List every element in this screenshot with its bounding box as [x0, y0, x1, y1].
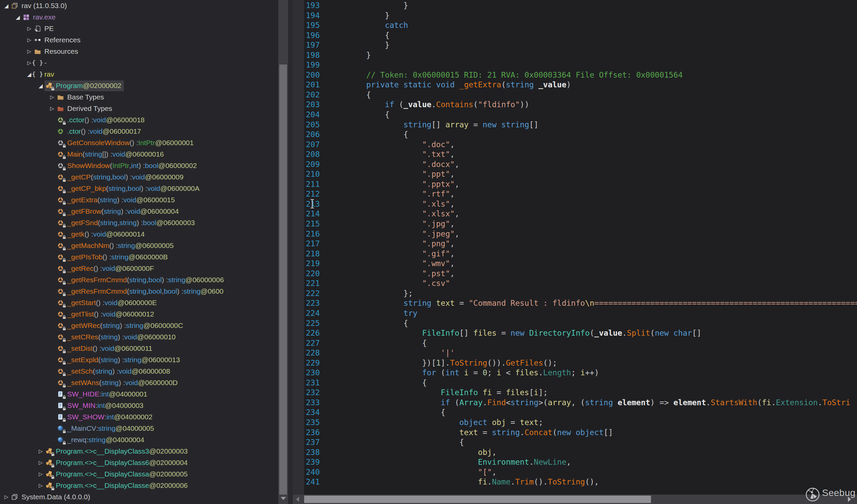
code-line[interactable]: 215 ".jpg", — [304, 219, 857, 229]
tree-item-content[interactable]: References — [34, 35, 82, 45]
code-line[interactable]: 206 { — [304, 130, 857, 140]
tree-item-content[interactable]: _getWRec(string) : string @0600000C — [56, 321, 185, 331]
tree-item[interactable]: ▷Program.<>c__DisplayClass3 @02000003 — [0, 446, 278, 457]
code-line[interactable]: 225 { — [304, 319, 857, 329]
tree-item-content[interactable]: _getMachNm() : string @06000005 — [56, 241, 176, 251]
panel-splitter[interactable] — [288, 0, 293, 504]
code-line[interactable]: 226 FileInfo[] files = new DirectoryInfo… — [304, 328, 857, 338]
tree-item[interactable]: _getMachNm() : string @06000005 — [0, 240, 278, 251]
tree-item[interactable]: ▷Program.<>c__DisplayClasse @02000006 — [0, 480, 278, 491]
tree-item[interactable]: ShowWindow(IntPtr, int) : bool @06000002 — [0, 160, 278, 171]
tree-item-content[interactable]: Resources — [34, 47, 80, 56]
expander-collapsed-icon[interactable]: ▷ — [25, 26, 34, 32]
tree-item[interactable]: _getCP(string, bool) : void @06000009 — [0, 171, 278, 183]
tree-item[interactable]: ▷References — [0, 34, 278, 46]
code-line[interactable]: 211 ".pptx", — [304, 180, 857, 189]
code-line[interactable]: 234 { — [304, 407, 857, 418]
code-line[interactable]: 231 { — [304, 378, 857, 388]
expander-collapsed-icon[interactable]: ▷ — [2, 494, 11, 500]
code-line[interactable]: 213 ".xls", — [304, 199, 857, 209]
code-line[interactable]: 194 } — [304, 11, 857, 21]
expander-collapsed-icon[interactable]: ▷ — [36, 483, 45, 489]
tree-item-content[interactable]: _getCP_bkp(string, bool) : void @0600000… — [56, 184, 202, 194]
tree-item-content[interactable]: PE — [34, 24, 56, 34]
code-line[interactable]: 201 private static void _getExtra(string… — [304, 80, 857, 90]
tree-item-content[interactable]: Program.<>c__DisplayClassa @02000005 — [45, 469, 190, 479]
code-line[interactable]: 212 ".rtf", — [304, 189, 857, 199]
tree-item-content[interactable]: _setCRes(string) : void @06000010 — [56, 332, 178, 342]
tree-item-content[interactable]: Base Types — [56, 93, 106, 102]
code-line[interactable]: 216 ".jpeg", — [304, 229, 857, 239]
tree-item-content[interactable]: _getExtra(string) : void @06000015 — [56, 195, 177, 205]
tree-item[interactable]: GetConsoleWindow() : IntPtr @06000001 — [0, 137, 278, 149]
code-line[interactable]: 199 — [304, 60, 857, 70]
tree-item[interactable]: Main(string[]) : void @06000016 — [0, 149, 278, 160]
tree-item[interactable]: ▷Base Types — [0, 91, 278, 103]
tree-item[interactable]: ◢rav.exe — [0, 12, 278, 23]
tree-item-content[interactable]: _MainCV : string @04000005 — [56, 424, 156, 434]
tree-item-content[interactable]: _setDist() : void @06000011 — [56, 344, 154, 353]
expander-collapsed-icon[interactable]: ▷ — [36, 460, 45, 466]
tree-item[interactable]: _setDist() : void @06000011 — [0, 343, 278, 354]
code-line[interactable]: 203 if (_value.Contains("fldinfo")) — [304, 100, 857, 110]
tree-item-content[interactable]: _getResFrmCmmd(string, bool) : string @0… — [56, 275, 226, 285]
tree-item-content[interactable]: _setWAns(string) : void @0600000D — [56, 378, 180, 388]
code-line[interactable]: 218 ".gif", — [304, 249, 857, 259]
code-line[interactable]: 208 ".txt", — [304, 150, 857, 159]
tree-item[interactable]: _setCRes(string) : void @06000010 — [0, 331, 278, 343]
expander-collapsed-icon[interactable]: ▷ — [36, 448, 45, 454]
tree-item[interactable]: _getExtra(string) : void @06000015 — [0, 194, 278, 206]
tree-item-content[interactable]: SW_HIDE : int @04000001 — [56, 389, 149, 399]
expander-collapsed-icon[interactable]: ▷ — [48, 105, 56, 112]
tree-item-content[interactable]: rav.exe — [22, 13, 57, 22]
tree-item[interactable]: _setWAns(string) : void @0600000D — [0, 377, 278, 388]
tree-item-content[interactable]: rav (11.0.53.0) — [11, 1, 69, 11]
tree-item[interactable]: ▷Program.<>c__DisplayClassa @02000005 — [0, 468, 278, 480]
code-line[interactable]: 227 { — [304, 338, 857, 349]
tree-item[interactable]: ◢{ }rav — [0, 69, 278, 80]
tree-item-content[interactable]: _getFSnd(string, string) : bool @0600000… — [56, 218, 197, 228]
code-line[interactable]: 239 Environment.NewLine, — [304, 457, 857, 467]
code-line[interactable]: 236 text = string.Concat(new object[] — [304, 428, 857, 438]
tree-item-content[interactable]: SW_SHOW : int @04000002 — [56, 412, 155, 422]
code-line[interactable]: 230 for (int i = 0; i < files.Length; i+… — [304, 368, 857, 378]
tree-item-content[interactable]: Program.<>c__DisplayClass3 @02000003 — [45, 447, 190, 456]
tree-item-selected-content[interactable]: Program @02000002 — [45, 81, 123, 91]
expander-collapsed-icon[interactable]: ▷ — [48, 94, 56, 100]
tree-item-content[interactable]: System.Data (4.0.0.0) — [11, 492, 92, 502]
tree-item[interactable]: _rewq : string @04000004 — [0, 434, 278, 446]
tree-item-content[interactable]: GetConsoleWindow() : IntPtr @06000001 — [56, 138, 196, 148]
tree-item-content[interactable]: _getFBrow(string) : void @06000004 — [56, 207, 181, 216]
expander-expanded-icon[interactable]: ◢ — [36, 83, 45, 89]
tree-item-content[interactable]: _getCP(string, bool) : void @06000009 — [56, 172, 186, 182]
tree-item-content[interactable]: _getRec() : void @0600000F — [56, 264, 156, 273]
tree-item[interactable]: _setExpld(string) : string @06000013 — [0, 354, 278, 366]
code-line[interactable]: 205 string[] array = new string[] — [304, 120, 857, 130]
tree-item[interactable]: _MainCV : string @04000005 — [0, 423, 278, 434]
tree-item-content[interactable]: _setSch(string) : void @06000008 — [56, 367, 172, 376]
code-line[interactable]: 214 ".xlsx", — [304, 209, 857, 219]
code-line[interactable]: 197 } — [304, 40, 857, 50]
tree-item-content[interactable]: Main(string[]) : void @06000016 — [56, 150, 166, 159]
tree-item[interactable]: ▷System.Data (4.0.0.0) — [0, 491, 278, 503]
tree-item[interactable]: _getPIsTob() : string @0600000B — [0, 251, 278, 263]
code-line[interactable]: 220 ".pst", — [304, 269, 857, 279]
tree-item[interactable]: SW_MIN : int @04000003 — [0, 400, 278, 411]
scrollbar-thumb[interactable] — [304, 495, 651, 503]
tree-item[interactable]: SW_SHOW : int @04000002 — [0, 411, 278, 423]
tree-item[interactable]: .ctor() : void @06000017 — [0, 126, 278, 137]
tree-item[interactable]: ▷PE — [0, 23, 278, 34]
expander-collapsed-icon[interactable]: ▷ — [25, 48, 34, 54]
code-line[interactable]: 204 { — [304, 110, 857, 120]
code-line[interactable]: 233 if (Array.Find<string>(array, (strin… — [304, 398, 857, 408]
code-line[interactable]: 196 { — [304, 31, 857, 41]
tree-item[interactable]: _getCP_bkp(string, bool) : void @0600000… — [0, 183, 278, 194]
tree-item[interactable]: SW_HIDE : int @04000001 — [0, 388, 278, 400]
tree-item[interactable]: _getStart() : void @0600000E — [0, 297, 278, 308]
tree-item[interactable]: _getRec() : void @0600000F — [0, 263, 278, 274]
scrollbar-left-arrow-icon[interactable] — [296, 497, 299, 502]
tree-item[interactable]: ▷Derived Types — [0, 103, 278, 114]
tree-item-content[interactable]: _getTlist() : void @06000012 — [56, 309, 156, 319]
tree-item-content[interactable]: { }rav — [34, 70, 56, 79]
code-line[interactable]: 207 ".doc", — [304, 140, 857, 150]
